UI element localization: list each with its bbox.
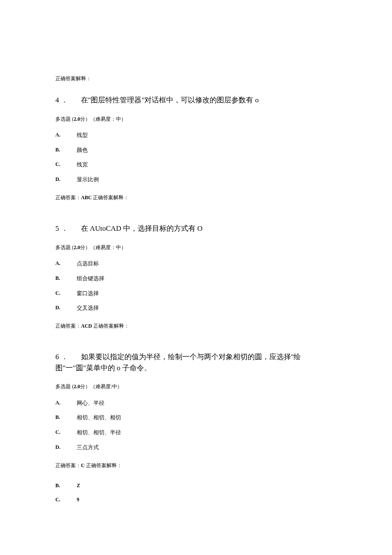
option-a: A.点选目标 bbox=[55, 259, 337, 268]
question-title: 6．如果要以指定的值为半径，绘制一个与两个对象相切的圆，应选择"绘图"一"圆"菜… bbox=[55, 352, 337, 373]
question-text: 在 AUtoCAD 中，选择目标的方式有 O bbox=[81, 224, 203, 232]
question-number: 6． bbox=[55, 352, 70, 363]
question-meta: 多选题 (2.0分）（难易度：中） bbox=[55, 244, 337, 252]
tail-option-c: C.9 bbox=[55, 496, 337, 504]
correct-answer: 正确答案：ABC 正确答案解释： bbox=[55, 194, 337, 202]
pre-answer-explanation: 正确答案解释： bbox=[55, 75, 337, 83]
option-c: C.相切、相切、半径 bbox=[55, 428, 337, 437]
question-text: 如果要以指定的值为半径，绘制一个与两个对象相切的圆，应选择"绘图"一"圆"菜单中… bbox=[55, 353, 301, 372]
option-b: B.颜色 bbox=[55, 146, 337, 155]
question-meta: 多选题 (2.0分）（难易度：中） bbox=[55, 115, 337, 123]
question-title: 5．在 AUtoCAD 中，选择目标的方式有 O bbox=[55, 223, 337, 234]
question-6: 6．如果要以指定的值为半径，绘制一个与两个对象相切的圆，应选择"绘图"一"圆"菜… bbox=[55, 352, 337, 470]
option-c: C.线宽 bbox=[55, 160, 337, 169]
option-a: A.网心、半径 bbox=[55, 399, 337, 408]
option-b: B.组合键选择 bbox=[55, 274, 337, 283]
question-4: 4．在"图层特性管理器"对话框中，可以修改的图层参数有 o 多选题 (2.0分）… bbox=[55, 95, 337, 202]
question-title: 4．在"图层特性管理器"对话框中，可以修改的图层参数有 o bbox=[55, 95, 337, 106]
option-d: D.显示比例 bbox=[55, 175, 337, 184]
option-c: C.窗口选择 bbox=[55, 289, 337, 298]
question-meta: 多选题 (2.0分）（难易度:中） bbox=[55, 383, 337, 391]
option-d: D.三点方式 bbox=[55, 443, 337, 452]
option-d: D.交叉选择 bbox=[55, 304, 337, 313]
question-number: 5． bbox=[55, 223, 70, 234]
tail-option-b: B.Z bbox=[55, 482, 337, 490]
correct-answer: 正确答案：C 正确答案解释： bbox=[55, 462, 337, 470]
question-text: 在"图层特性管理器"对话框中，可以修改的图层参数有 o bbox=[81, 96, 259, 104]
option-b: B.相切、相切、相切 bbox=[55, 413, 337, 422]
correct-answer: 正确答案：ACD 正确答案解释： bbox=[55, 322, 337, 330]
question-5: 5．在 AUtoCAD 中，选择目标的方式有 O 多选题 (2.0分）（难易度：… bbox=[55, 223, 337, 330]
option-a: A.线型 bbox=[55, 131, 337, 140]
question-number: 4． bbox=[55, 95, 70, 106]
